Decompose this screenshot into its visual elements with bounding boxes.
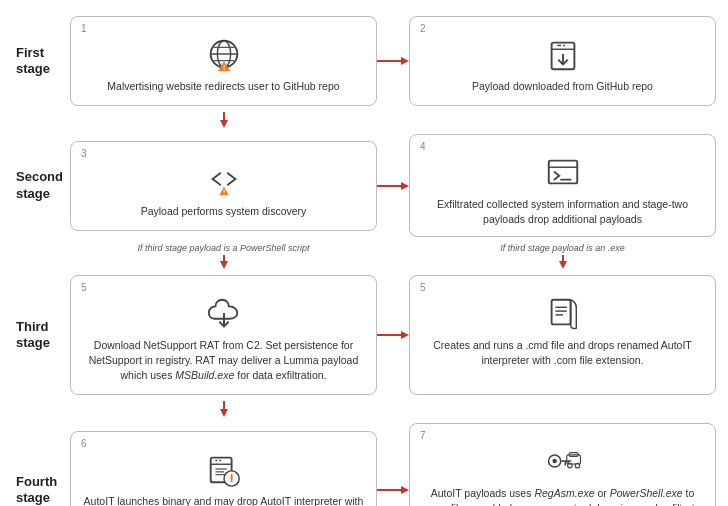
svg-marker-24 bbox=[220, 261, 228, 269]
svg-text:!: ! bbox=[222, 188, 224, 195]
card-icon-globe-warning: ! bbox=[205, 35, 243, 73]
card-text-3: Payload performs system discovery bbox=[141, 204, 307, 219]
split-connector-area: If third stage payload is a PowerShell s… bbox=[12, 243, 716, 269]
card-icon-script bbox=[544, 294, 582, 332]
svg-marker-35 bbox=[220, 409, 228, 417]
card-text-6: AutoIT launches binary and may drop Auto… bbox=[81, 494, 366, 506]
stage-row-fourth: Fourth stage 6 bbox=[12, 417, 716, 506]
card-number-6: 6 bbox=[81, 438, 87, 449]
stage-row-third: Third stage 5 Download NetSupport RAT fr… bbox=[12, 269, 716, 401]
split-label-right: If third stage payload is an .exe bbox=[409, 243, 716, 253]
card-number-7: 7 bbox=[420, 430, 426, 441]
stage-label-fourth: Fourth stage bbox=[12, 417, 70, 506]
card-icon-code-warning: ! bbox=[205, 160, 243, 198]
card-number-3: 3 bbox=[81, 148, 87, 159]
card-text-2: Payload downloaded from GitHub repo bbox=[472, 79, 653, 94]
card-text-1: Malvertising website redirects user to G… bbox=[107, 79, 339, 94]
stage-row-second: Second stage 3 ! Payload performs system… bbox=[12, 128, 716, 243]
connector-third-fourth bbox=[12, 401, 716, 417]
stage-label-second: Second stage bbox=[12, 128, 70, 243]
card-number-1: 1 bbox=[81, 23, 87, 34]
svg-marker-47 bbox=[401, 486, 409, 494]
card-number-4: 4 bbox=[420, 141, 426, 152]
card-icon-binary-warning bbox=[205, 450, 243, 488]
card-text-7: AutoIT payloads uses RegAsm.exe or Power… bbox=[420, 486, 705, 506]
stage-cards-fourth: 6 AutoIT bbox=[70, 417, 716, 506]
card-number-5a: 5 bbox=[81, 282, 87, 293]
svg-point-49 bbox=[552, 459, 557, 464]
card-2: 2 Payload downloaded from GitHub repo bbox=[409, 16, 716, 106]
card-icon-key-car bbox=[544, 442, 582, 480]
svg-marker-15 bbox=[220, 120, 228, 128]
stage-cards-second: 3 ! Payload performs system discovery bbox=[70, 128, 716, 243]
svg-marker-26 bbox=[559, 261, 567, 269]
arrow-right-4 bbox=[377, 482, 409, 498]
stage-label-first: First stage bbox=[12, 10, 70, 112]
card-text-5a: Download NetSupport RAT from C2. Set per… bbox=[81, 338, 366, 382]
card-6: 6 AutoIT bbox=[70, 431, 377, 506]
stage-cards-first: 1 ! Malvertising website redirects user … bbox=[70, 10, 716, 112]
svg-marker-19 bbox=[401, 182, 409, 190]
card-3: 3 ! Payload performs system discovery bbox=[70, 141, 377, 231]
arrow-right-2 bbox=[377, 178, 409, 194]
arrow-right-1 bbox=[377, 53, 409, 69]
card-text-4: Exfiltrated collected system information… bbox=[420, 197, 705, 226]
arrow-right-3 bbox=[377, 327, 409, 343]
card-7: 7 bbox=[409, 423, 716, 506]
card-number-2: 2 bbox=[420, 23, 426, 34]
stage-row-first: First stage 1 ! M bbox=[12, 10, 716, 112]
card-5a: 5 Download NetSupport RAT from C2. Set p… bbox=[70, 275, 377, 395]
card-5b: 5 Creates and runs a .cmd file and drops… bbox=[409, 275, 716, 395]
card-number-5b: 5 bbox=[420, 282, 426, 293]
svg-marker-29 bbox=[401, 331, 409, 339]
card-icon-cloud-download bbox=[205, 294, 243, 332]
card-4: 4 Exfiltrated collected system informati… bbox=[409, 134, 716, 237]
svg-marker-8 bbox=[401, 57, 409, 65]
card-1: 1 ! Malvertising website redirects user … bbox=[70, 16, 377, 106]
card-icon-terminal bbox=[544, 153, 582, 191]
connector-first-second bbox=[12, 112, 716, 128]
stage-label-third: Third stage bbox=[12, 269, 70, 401]
svg-point-45 bbox=[230, 480, 232, 482]
stage-cards-third: 5 Download NetSupport RAT from C2. Set p… bbox=[70, 269, 716, 401]
svg-text:!: ! bbox=[222, 64, 224, 71]
card-text-5b: Creates and runs a .cmd file and drops r… bbox=[420, 338, 705, 367]
split-label-left: If third stage payload is a PowerShell s… bbox=[70, 243, 377, 253]
card-icon-download-box bbox=[544, 35, 582, 73]
svg-rect-30 bbox=[551, 300, 570, 325]
diagram: First stage 1 ! M bbox=[0, 0, 728, 506]
